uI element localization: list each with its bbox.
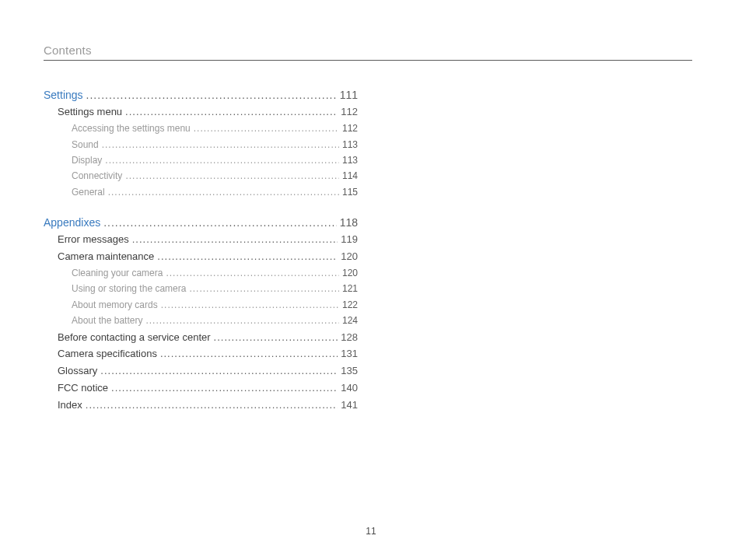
toc-item-settings-menu[interactable]: Settings menu 112 (44, 105, 358, 120)
toc-subitem-sound[interactable]: Sound 113 (44, 138, 358, 152)
toc-page: 120 (341, 250, 358, 264)
toc-page: 111 (340, 87, 358, 103)
toc-item-error-messages[interactable]: Error messages 119 (44, 233, 358, 247)
toc-leader (86, 398, 338, 413)
toc-label: Using or storing the camera (72, 282, 186, 296)
toc-page: 118 (340, 215, 358, 230)
table-of-contents: Settings 111 Settings menu 112 Accessing… (44, 87, 358, 413)
toc-label: Index (58, 398, 82, 413)
toc-item-service-center[interactable]: Before contacting a service center 128 (44, 331, 358, 345)
toc-page: 112 (342, 122, 358, 135)
toc-leader (189, 282, 339, 296)
toc-page: 135 (341, 364, 358, 379)
toc-leader (161, 299, 339, 312)
toc-section-settings[interactable]: Settings 111 (44, 87, 358, 103)
toc-page: 112 (341, 105, 358, 120)
toc-label: Camera specifications (58, 347, 157, 362)
toc-leader (132, 233, 338, 247)
toc-page: 124 (342, 314, 358, 327)
toc-page: 113 (342, 154, 358, 167)
toc-page: 122 (342, 299, 358, 312)
toc-subitem-connectivity[interactable]: Connectivity 114 (44, 170, 358, 183)
toc-leader (157, 250, 338, 264)
toc-label: FCC notice (58, 381, 108, 396)
toc-gap (44, 201, 358, 212)
toc-label: General (72, 186, 105, 199)
toc-label: Camera maintenance (58, 250, 154, 264)
toc-label: Display (72, 154, 102, 167)
contents-page: Contents Settings 111 Settings menu 112 … (0, 0, 742, 560)
toc-leader (194, 122, 339, 135)
toc-subitem-general[interactable]: General 115 (44, 186, 358, 199)
toc-item-camera-specifications[interactable]: Camera specifications 131 (44, 347, 358, 362)
toc-page: 128 (341, 331, 358, 345)
toc-leader (166, 267, 339, 280)
header-divider (44, 60, 692, 61)
toc-label: Connectivity (72, 170, 122, 183)
toc-label: Settings (44, 87, 83, 103)
toc-leader (145, 314, 339, 327)
toc-leader (125, 170, 339, 183)
toc-item-glossary[interactable]: Glossary 135 (44, 364, 358, 379)
toc-page: 131 (341, 347, 358, 362)
toc-page: 140 (341, 381, 358, 396)
toc-label: Cleaning your camera (72, 267, 163, 280)
toc-item-index[interactable]: Index 141 (44, 398, 358, 413)
toc-leader (111, 381, 338, 396)
toc-leader (103, 215, 336, 230)
page-number: 11 (0, 526, 742, 537)
toc-leader (108, 186, 339, 199)
toc-page: 121 (342, 282, 358, 296)
toc-leader (160, 347, 338, 362)
toc-item-camera-maintenance[interactable]: Camera maintenance 120 (44, 250, 358, 264)
toc-leader (100, 364, 338, 379)
toc-page: 115 (342, 186, 358, 199)
toc-section-appendixes[interactable]: Appendixes 118 (44, 215, 358, 230)
page-title: Contents (44, 44, 692, 60)
toc-label: Sound (72, 138, 99, 152)
toc-page: 141 (341, 398, 358, 413)
toc-leader (125, 105, 338, 120)
toc-label: About the battery (72, 314, 142, 327)
toc-label: About memory cards (72, 299, 158, 312)
toc-leader (102, 138, 339, 152)
toc-label: Before contacting a service center (58, 331, 211, 345)
toc-leader (214, 331, 338, 345)
toc-page: 113 (342, 138, 358, 152)
toc-label: Accessing the settings menu (72, 122, 191, 135)
toc-subitem-display[interactable]: Display 113 (44, 154, 358, 167)
toc-subitem-battery[interactable]: About the battery 124 (44, 314, 358, 327)
toc-label: Settings menu (58, 105, 122, 120)
toc-page: 114 (342, 170, 358, 183)
toc-subitem-using-storing[interactable]: Using or storing the camera 121 (44, 282, 358, 296)
toc-leader (86, 87, 337, 103)
toc-page: 119 (341, 233, 358, 247)
toc-leader (105, 154, 339, 167)
toc-page: 120 (342, 267, 358, 280)
toc-item-fcc-notice[interactable]: FCC notice 140 (44, 381, 358, 396)
toc-subitem-cleaning-camera[interactable]: Cleaning your camera 120 (44, 267, 358, 280)
toc-label: Glossary (58, 364, 97, 379)
toc-subitem-accessing-settings[interactable]: Accessing the settings menu 112 (44, 122, 358, 135)
toc-label: Error messages (58, 233, 129, 247)
toc-label: Appendixes (44, 215, 100, 230)
toc-subitem-memory-cards[interactable]: About memory cards 122 (44, 299, 358, 312)
